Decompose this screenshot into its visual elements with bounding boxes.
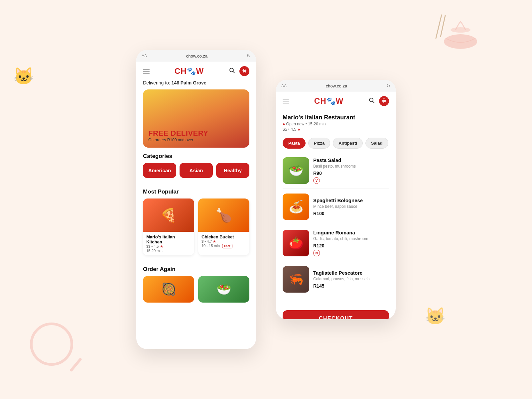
categories-title: Categories: [136, 148, 256, 163]
categories-list: American Asian Healthy: [136, 163, 256, 183]
menu-item-linguine[interactable]: 🍅 Linguine Romana Garlic, tomato, chili,…: [283, 225, 389, 261]
popular-name-mario: Mario's Italian Kitchen: [146, 234, 191, 244]
menu-item-desc-linguine: Garlic, tomato, chili, mushroom: [313, 236, 389, 241]
restaurant-status: ● Open now • 15-20 min: [283, 122, 389, 126]
menu-tabs: Pasta Pizza Antipasti Salad: [276, 135, 396, 153]
hamburger-menu-right[interactable]: [283, 99, 289, 103]
checkout-button[interactable]: CHECKOUT: [283, 310, 389, 319]
menu-item-img-spaghetti: 🍝: [283, 194, 309, 220]
browser-refresh-left[interactable]: ↻: [247, 53, 251, 59]
left-phone: AA chow.co.za ↻ CH🐾W Delivering to: 146 …: [136, 50, 256, 349]
header-icons-left: [229, 66, 249, 76]
browser-url-left: chow.co.za: [150, 54, 244, 59]
svg-line-9: [372, 101, 374, 103]
svg-point-11: [385, 102, 385, 103]
delivering-address: 146 Palm Grove: [172, 80, 206, 85]
popular-time-chicken: 10 - 15 min Fast: [201, 244, 246, 248]
svg-line-5: [233, 71, 234, 73]
order-again-card-1[interactable]: 🥘: [143, 276, 194, 303]
header-icons-right: [368, 96, 389, 106]
browser-refresh-right[interactable]: ↻: [386, 83, 390, 88]
hamburger-line: [283, 99, 289, 99]
tab-antipasti[interactable]: Antipasti: [333, 138, 363, 149]
menu-item-price-spaghetti: R100: [313, 211, 389, 216]
restaurant-header: Mario's Italian Restaurant ● Open now • …: [276, 110, 396, 135]
popular-time-mario: 15-20 min: [146, 249, 191, 253]
delivering-bar: Delivering to: 146 Palm Grove: [136, 80, 256, 89]
most-popular-title: Most Popular: [136, 183, 256, 199]
menu-item-info-pasta-salad: Pasta Salad Basil pesto, mushrooms R90 V: [313, 157, 389, 184]
menu-item-name-pasta-salad: Pasta Salad: [313, 157, 389, 163]
category-american[interactable]: American: [143, 163, 176, 178]
browser-bar-right: AA chow.co.za ↻: [276, 80, 396, 92]
menu-item-spaghetti[interactable]: 🍝 Spaghetti Bolognese Mince beef, napoli…: [283, 189, 389, 225]
svg-point-6: [243, 72, 244, 73]
hamburger-line: [143, 69, 150, 69]
order-again-card-2[interactable]: 🥗: [198, 276, 249, 303]
diet-badge-n: N: [313, 250, 320, 256]
category-healthy[interactable]: Healthy: [216, 163, 249, 178]
popular-info-chicken: Chicken Bucket $ • 4.7 ★ 10 - 15 min Fas…: [198, 232, 249, 250]
popular-img-mario: 🍕: [143, 199, 194, 232]
menu-item-price-linguine: R120: [313, 243, 389, 248]
deco-magnifier: [30, 323, 73, 366]
popular-name-chicken: Chicken Bucket: [201, 234, 246, 239]
banner-title: FREE DELIVERY: [148, 129, 208, 138]
popular-img-chicken: 🍗: [198, 199, 249, 232]
order-again-title: Order Again: [136, 261, 256, 276]
menu-item-img-tagliatelle: 🦐: [283, 266, 309, 293]
tab-pasta[interactable]: Pasta: [283, 138, 306, 149]
popular-card-chicken[interactable]: 🍗 Chicken Bucket $ • 4.7 ★ 10 - 15 min F…: [198, 199, 249, 255]
menu-item-pasta-salad[interactable]: 🥗 Pasta Salad Basil pesto, mushrooms R90…: [283, 153, 389, 189]
hamburger-line: [143, 73, 150, 73]
menu-item-img-linguine: 🍅: [283, 230, 309, 256]
app-logo-right: CH🐾W: [314, 96, 343, 106]
price-rating: $$ • 4.5 ★: [283, 127, 301, 132]
popular-meta-chicken: $ • 4.7 ★: [201, 239, 246, 244]
tab-salad[interactable]: Salad: [365, 138, 388, 149]
browser-aa-left: AA: [142, 54, 147, 58]
basket-icon-right[interactable]: [379, 96, 389, 106]
menu-item-desc-spaghetti: Mince beef, napoli sauce: [313, 204, 389, 209]
svg-point-3: [451, 27, 470, 33]
hero-text: FREE DELIVERY On orders R100 and over: [148, 129, 208, 142]
menu-item-name-spaghetti: Spaghetti Bolognese: [313, 198, 389, 203]
menu-item-tagliatelle[interactable]: 🦐 Tagliatelle Pescatore Calamari, prawns…: [283, 261, 389, 297]
menu-item-name-tagliatelle: Tagliatelle Pescatore: [313, 270, 389, 276]
hero-banner: FREE DELIVERY On orders R100 and over: [143, 89, 249, 148]
search-icon[interactable]: [229, 67, 235, 75]
browser-url-right: chow.co.za: [289, 83, 384, 88]
app-logo-left: CH🐾W: [175, 66, 204, 76]
tab-pizza[interactable]: Pizza: [308, 138, 331, 149]
menu-item-price-tagliatelle: R145: [313, 283, 389, 289]
popular-meta-mario: $$ • 4.5 ★: [146, 244, 191, 249]
deco-cat-bottom-right: 🐱: [425, 307, 446, 326]
svg-point-7: [245, 72, 246, 73]
menu-item-desc-pasta-salad: Basil pesto, mushrooms: [313, 164, 389, 169]
popular-rating-mario: $$ • 4.5 ★: [146, 244, 163, 248]
menu-item-info-spaghetti: Spaghetti Bolognese Mince beef, napoli s…: [313, 194, 389, 220]
hamburger-line: [143, 71, 150, 71]
hamburger-menu-left[interactable]: [143, 69, 150, 73]
menu-item-name-linguine: Linguine Romana: [313, 230, 389, 235]
svg-line-0: [429, 15, 448, 38]
search-icon-right[interactable]: [368, 97, 375, 105]
banner-subtitle: On orders R100 and over: [148, 138, 208, 142]
popular-grid: 🍕 Mario's Italian Kitchen $$ • 4.5 ★ 15-…: [136, 199, 256, 261]
svg-line-1: [434, 15, 452, 37]
open-dot: ●: [283, 122, 285, 126]
basket-icon[interactable]: [239, 66, 249, 76]
popular-card-mario[interactable]: 🍕 Mario's Italian Kitchen $$ • 4.5 ★ 15-…: [143, 199, 194, 255]
deco-cat-top-left: 🐱: [13, 66, 34, 86]
popular-info-mario: Mario's Italian Kitchen $$ • 4.5 ★ 15-20…: [143, 232, 194, 255]
category-asian[interactable]: Asian: [180, 163, 213, 178]
svg-point-2: [444, 34, 477, 49]
restaurant-name: Mario's Italian Restaurant: [283, 114, 389, 121]
restaurant-rating: $$ • 4.5 ★: [283, 127, 389, 132]
app-header-right: CH🐾W: [276, 92, 396, 110]
app-header-left: CH🐾W: [136, 62, 256, 80]
order-again-grid: 🥘 🥗: [136, 276, 256, 303]
menu-item-desc-tagliatelle: Calamari, prawns, fish, mussels: [313, 277, 389, 281]
browser-bar-left: AA chow.co.za ↻: [136, 50, 256, 62]
menu-items-list: 🥗 Pasta Salad Basil pesto, mushrooms R90…: [276, 153, 396, 306]
